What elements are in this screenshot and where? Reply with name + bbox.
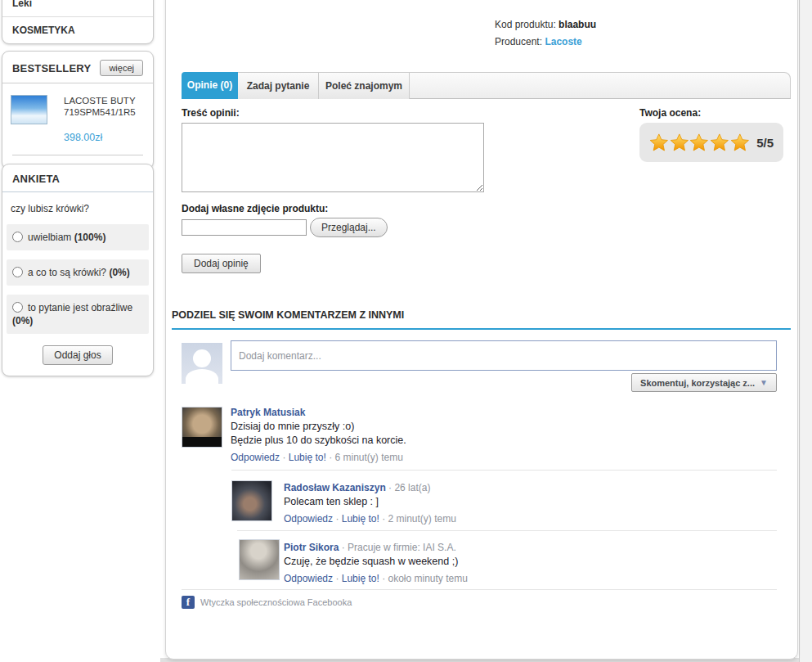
tab-polec-znajomym[interactable]: Poleć znajomym: [319, 72, 410, 99]
comments-section-heading: PODZIEL SIĘ SWOIM KOMENTARZEM Z INNYMI: [172, 309, 791, 330]
reply-link[interactable]: Odpowiedz: [231, 452, 280, 463]
commenter-avatar[interactable]: [231, 480, 272, 521]
tab-opinie[interactable]: Opinie (0): [182, 72, 238, 99]
star-icon[interactable]: [689, 131, 709, 154]
poll-option-1[interactable]: uwielbiam (100%): [7, 224, 149, 250]
poll-panel: ANKIETA czy lubisz krówki? uwielbiam (10…: [2, 164, 154, 376]
commenter-meta: Pracuje w firmie: IAI S.A.: [348, 542, 456, 553]
bestseller-item: LACOSTE BUTY 719SPM541/1R5 398.00zł: [2, 83, 153, 169]
comment-via-dropdown-button[interactable]: Skomentuj, korzystając z... ▼: [631, 373, 777, 392]
chevron-down-icon: ▼: [760, 378, 768, 387]
comment-text: Dzisiaj do mnie przyszły :o): [231, 420, 406, 434]
poll-header: ANKIETA: [2, 164, 153, 192]
review-content-label: Treść opinii:: [182, 107, 240, 119]
bestsellers-header: BESTSELLERY więcej: [2, 52, 153, 83]
poll-option-3[interactable]: to pytanie jest obraźliwe (0%): [7, 295, 149, 334]
comment: Patryk Matusiak Dzisiaj do mnie przyszły…: [231, 406, 406, 465]
star-icon[interactable]: [710, 131, 729, 154]
vote-button[interactable]: Oddaj głos: [43, 345, 112, 365]
comment-text: Będzie plus 10 do szybkości na korcie.: [231, 434, 406, 448]
facebook-plugin-link[interactable]: Wtyczka społecznościowa Facebooka: [200, 597, 352, 607]
star-icon[interactable]: [649, 131, 669, 154]
commenter-meta: 26 lat(a): [394, 482, 430, 493]
poll-title: ANKIETA: [12, 173, 60, 185]
tab-bar: Opinie (0) Zadaj pytanie Poleć znajomym: [182, 72, 791, 99]
comment: Radosław Kazaniszyn · 26 lat(a) Polecam …: [284, 481, 456, 526]
bestseller-product-name[interactable]: LACOSTE BUTY 719SPM541/1R5: [64, 95, 136, 124]
comment-actions: Odpowiedz · Lubię to! · około minuty tem…: [284, 572, 468, 586]
comment-time: około minuty temu: [388, 573, 467, 584]
divider: [182, 589, 777, 590]
comment-time: 6 minut(y) temu: [334, 452, 402, 463]
sidebar-category-menu: Leki KOSMETYKA: [2, 0, 154, 44]
page-right-gutter: [799, 0, 812, 662]
reply-link[interactable]: Odpowiedz: [284, 573, 333, 584]
comment-actions: Odpowiedz · Lubię to! · 6 minut(y) temu: [231, 451, 406, 465]
commenter-avatar[interactable]: [182, 407, 222, 448]
poll-radio-2[interactable]: [12, 267, 23, 277]
facebook-plugin-footer: f Wtyczka społecznościowa Facebooka: [182, 596, 352, 609]
bestseller-product-price[interactable]: 398.00zł: [64, 132, 145, 143]
poll-option-label: to pytanie jest obraźliwe: [28, 302, 132, 313]
sidebar-item-kosmetyka[interactable]: KOSMETYKA: [2, 17, 153, 43]
comment-text: Czuję, że będzie squash w weekend ;): [284, 555, 468, 569]
rating-widget: 5/5: [639, 123, 783, 162]
product-code-row: Kod produktu: blaabuu: [495, 16, 596, 34]
like-link[interactable]: Lubię to!: [342, 573, 379, 584]
add-review-button[interactable]: Dodaj opinię: [182, 254, 261, 273]
star-icon[interactable]: [730, 131, 750, 154]
divider: [237, 530, 777, 531]
poll-question: czy lubisz krówki?: [11, 203, 145, 214]
comment-input[interactable]: [231, 340, 777, 371]
divider: [231, 470, 777, 471]
product-info: Kod produktu: blaabuu Producent: Lacoste: [495, 16, 596, 51]
divider: [12, 155, 143, 155]
rating-value: 5/5: [756, 136, 774, 150]
comment-via-label: Skomentuj, korzystając z...: [640, 378, 755, 388]
poll-radio-1[interactable]: [12, 232, 23, 242]
facebook-icon[interactable]: f: [182, 596, 195, 609]
rating-label: Twoja ocena:: [639, 107, 701, 119]
tab-bar-filler: [410, 72, 791, 98]
comment-actions: Odpowiedz · Lubię to! · 2 minut(y) temu: [284, 512, 456, 526]
person-silhouette-icon: [193, 349, 211, 367]
bestsellers-title: BESTSELLERY: [12, 62, 91, 74]
bestsellers-panel: BESTSELLERY więcej LACOSTE BUTY 719SPM54…: [2, 51, 154, 169]
commenter-name[interactable]: Radosław Kazaniszyn: [284, 482, 386, 493]
page: Leki KOSMETYKA BESTSELLERY więcej LACOST…: [0, 0, 812, 662]
like-link[interactable]: Lubię to!: [289, 452, 326, 463]
poll-option-percent: (100%): [74, 232, 106, 243]
star-icon[interactable]: [670, 131, 689, 154]
poll-option-label: uwielbiam: [28, 232, 71, 243]
poll-option-label: a co to są krówki?: [28, 267, 106, 278]
product-code-label: Kod produktu:: [495, 19, 556, 30]
bestseller-product-image[interactable]: [11, 95, 47, 124]
product-code-value: blaabuu: [559, 19, 596, 30]
review-textarea[interactable]: [182, 123, 484, 192]
viewer-avatar: [182, 343, 222, 384]
producer-row: Producent: Lacoste: [495, 34, 596, 51]
comment-text: Polecam ten sklep : ]: [284, 495, 456, 509]
comment-time: 2 minut(y) temu: [388, 513, 455, 525]
photo-file-input[interactable]: [182, 219, 307, 236]
poll-option-percent: (0%): [12, 315, 33, 326]
commenter-name[interactable]: Piotr Sikora: [284, 542, 339, 553]
producer-link[interactable]: Lacoste: [545, 36, 581, 47]
sidebar-item-leki[interactable]: Leki: [2, 0, 153, 17]
producer-label: Producent:: [495, 36, 542, 47]
reply-link[interactable]: Odpowiedz: [284, 513, 333, 525]
poll-option-2[interactable]: a co to są krówki? (0%): [7, 259, 149, 286]
commenter-name[interactable]: Patryk Matusiak: [231, 407, 305, 418]
poll-option-percent: (0%): [109, 267, 129, 278]
photo-upload-label: Dodaj własne zdjęcie produktu:: [182, 203, 328, 214]
like-link[interactable]: Lubię to!: [342, 513, 379, 525]
commenter-avatar[interactable]: [239, 539, 280, 580]
comment: Piotr Sikora · Pracuje w firmie: IAI S.A…: [284, 541, 468, 586]
poll-radio-3[interactable]: [12, 302, 23, 313]
more-button[interactable]: więcej: [100, 60, 143, 76]
tab-zadaj-pytanie[interactable]: Zadaj pytanie: [238, 72, 319, 99]
browse-button[interactable]: Przeglądaj...: [310, 218, 388, 237]
